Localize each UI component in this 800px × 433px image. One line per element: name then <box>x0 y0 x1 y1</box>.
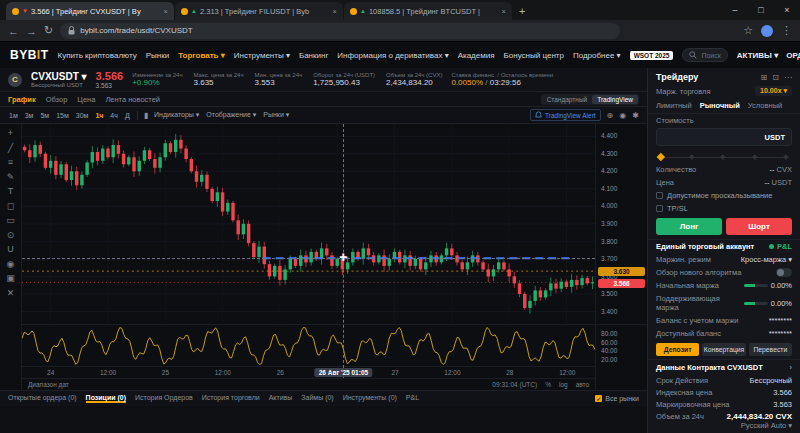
bottom-tab-4[interactable]: История торговли <box>202 394 260 403</box>
browser-tab-filusdt[interactable]: ▲ 2.313 | Трейдинг FILUSDT | Byb × <box>175 2 343 20</box>
close-button[interactable]: × <box>774 0 800 20</box>
bottom-tab-8[interactable]: P&L <box>406 394 419 403</box>
timeframe-15м[interactable]: 15м <box>55 112 70 119</box>
forward-icon[interactable]: → <box>26 25 37 37</box>
new-tab-button[interactable]: + <box>519 5 525 17</box>
nav-item-2[interactable]: Рынки <box>146 51 169 60</box>
candlestick-chart[interactable] <box>22 124 595 324</box>
language-selector[interactable]: Русский Auto ▾ <box>741 421 792 430</box>
timeframe-5м[interactable]: 5м <box>39 112 50 119</box>
bottom-tab-7[interactable]: Инструменты (0) <box>343 394 397 403</box>
long-button[interactable]: Лонг <box>656 218 722 235</box>
browser-tab-btcusdt[interactable]: ▲ 108858.5 | Трейдинг BTCUSDT | × <box>344 2 512 20</box>
candle-style-icon[interactable]: ▮ <box>144 111 148 120</box>
tpsl-option[interactable]: TP/SL <box>648 202 800 215</box>
refresh-icon[interactable]: ↻ <box>44 24 53 37</box>
chart-clock[interactable]: 09:31:04 (UTC) <box>492 381 537 388</box>
panel-more-icon[interactable]: ⋯ <box>784 73 792 82</box>
panel-layout-icon[interactable]: ⊞ <box>761 73 768 82</box>
new-algo-toggle[interactable] <box>776 268 792 277</box>
contract-data-chevron-icon[interactable]: › <box>790 363 793 372</box>
order-tab-conditional[interactable]: Условный <box>748 101 782 110</box>
toolbar-dropdown-3[interactable]: Рынки ▾ <box>263 111 289 119</box>
nav-item-1[interactable]: Купить криптовалюту <box>58 51 137 60</box>
brush-icon[interactable]: ✎ <box>7 172 15 182</box>
text-tool-icon[interactable]: T <box>8 186 14 196</box>
filter-checkbox-icon[interactable]: ✓ <box>595 395 602 402</box>
timeframe-1м[interactable]: 1м <box>8 112 19 119</box>
shapes-icon[interactable]: ◻ <box>7 201 14 211</box>
bottom-tab-6[interactable]: Займы (0) <box>301 394 333 403</box>
crosshair-icon[interactable]: + <box>8 128 13 138</box>
markets-filter[interactable]: ✓ Все рынки <box>595 395 639 402</box>
trend-line-icon[interactable]: ╱ <box>8 143 13 153</box>
mode-standard[interactable]: Стандартный <box>542 95 593 104</box>
fullscreen-icon[interactable]: ⊕ <box>607 111 614 120</box>
browser-menu-icon[interactable]: ⋮ <box>781 24 792 37</box>
symbol-selector[interactable]: CVXUSDT ▾ Бессрочный USDT <box>31 71 87 88</box>
price-pane[interactable]: + <box>22 124 595 324</box>
slippage-option[interactable]: Допустимое проскальзывание <box>648 189 800 202</box>
slippage-checkbox[interactable] <box>656 192 663 199</box>
panel-expand-icon[interactable]: ⊡ <box>772 73 779 82</box>
delete-drawings-icon[interactable]: ✕ <box>7 288 15 298</box>
log-scale-button[interactable]: log <box>559 381 568 388</box>
timeframe-3м[interactable]: 3м <box>24 112 35 119</box>
deposit-button[interactable]: Депозит <box>656 343 699 356</box>
nav-item-4[interactable]: Инструменты ▾ <box>234 51 290 60</box>
bookmark-star-icon[interactable]: ☆ <box>743 24 753 37</box>
slider-tick[interactable] <box>721 154 726 159</box>
magnet-icon[interactable]: U <box>7 244 14 254</box>
nav-item-8[interactable]: Бонусный центр <box>504 51 564 60</box>
bottom-tab-1[interactable]: Открытые ордера (0) <box>8 394 77 403</box>
chart-tab-1[interactable]: График <box>8 95 36 104</box>
timeframe-1ч[interactable]: 1ч <box>94 112 104 119</box>
orders-link[interactable]: ОРДЕРА ▾ <box>786 51 800 60</box>
percent-scale-button[interactable]: % <box>545 381 551 388</box>
value-unit-select[interactable]: USDT <box>765 133 785 142</box>
chart-tab-4[interactable]: Лента новостей <box>105 95 160 104</box>
fib-retracement-icon[interactable]: ≡ <box>8 157 13 167</box>
date-range-button[interactable]: Диапазон дат <box>28 381 69 388</box>
nav-item-5[interactable]: Банкинг <box>299 51 328 60</box>
assets-link[interactable]: АКТИВЫ ▾ <box>737 51 778 60</box>
slider-handle[interactable] <box>657 153 665 161</box>
oscillator-axis[interactable]: 80.0060.0040.0020.00 <box>596 324 647 366</box>
nav-item-3[interactable]: Торговать ▾ <box>178 51 225 60</box>
order-value-input[interactable]: USDT <box>656 128 792 146</box>
search-input[interactable]: Поиск <box>682 48 727 62</box>
transfer-button[interactable]: Перевести <box>749 343 792 356</box>
tab-close-icon[interactable]: × <box>502 7 506 16</box>
oscillator-chart[interactable] <box>22 325 595 367</box>
bottom-tab-3[interactable]: История Ордеров <box>135 394 193 403</box>
chart-tab-2[interactable]: Обзор <box>46 95 68 104</box>
price-axis[interactable]: 4.4004.3004.2004.1004.0003.9003.8003.700… <box>596 124 647 324</box>
back-icon[interactable]: ← <box>8 25 19 37</box>
chart-settings-icon[interactable]: ✱ <box>632 111 639 120</box>
toolbar-dropdown-2[interactable]: Отображение ▾ <box>206 111 256 119</box>
nav-item-7[interactable]: Академия <box>458 51 495 60</box>
tradingview-alert-button[interactable]: TradingView Alert <box>530 109 601 121</box>
measure-icon[interactable]: ▭ <box>6 215 15 225</box>
lock-tool-icon[interactable]: ▣ <box>6 273 15 283</box>
url-field[interactable]: bybit.com/trade/usdt/CVXUSDT <box>60 23 620 39</box>
nav-item-6[interactable]: Информация о деривативах ▾ <box>337 51 448 60</box>
screenshot-icon[interactable]: ◉ <box>619 111 626 120</box>
tpsl-checkbox[interactable] <box>656 205 663 212</box>
order-tab-market[interactable]: Рыночный <box>700 101 740 110</box>
order-tab-limit[interactable]: Лимитный <box>656 101 692 110</box>
auto-scale-button[interactable]: авто <box>576 381 589 388</box>
mode-tradingview[interactable]: TradingView <box>592 95 638 104</box>
maximize-button[interactable]: □ <box>748 0 774 20</box>
bottom-tab-2[interactable]: Позиции (0) <box>86 394 126 403</box>
slider-tick[interactable] <box>783 154 788 159</box>
short-button[interactable]: Шорт <box>726 218 792 235</box>
zoom-tool-icon[interactable]: ⊙ <box>7 230 15 240</box>
toolbar-dropdown-1[interactable]: Индикаторы ▾ <box>154 111 199 119</box>
chart-tab-3[interactable]: Цена <box>77 95 95 104</box>
browser-tab-cvxusdt[interactable]: ▼ 3.566 | Трейдинг CVXUSDT | By × <box>6 2 174 20</box>
timeframe-Д[interactable]: Д <box>124 112 131 119</box>
pnl-link[interactable]: P&L <box>769 242 792 251</box>
tab-close-icon[interactable]: × <box>164 7 168 16</box>
margin-mode-select[interactable]: Кросс-маржа ▾ <box>741 255 792 264</box>
